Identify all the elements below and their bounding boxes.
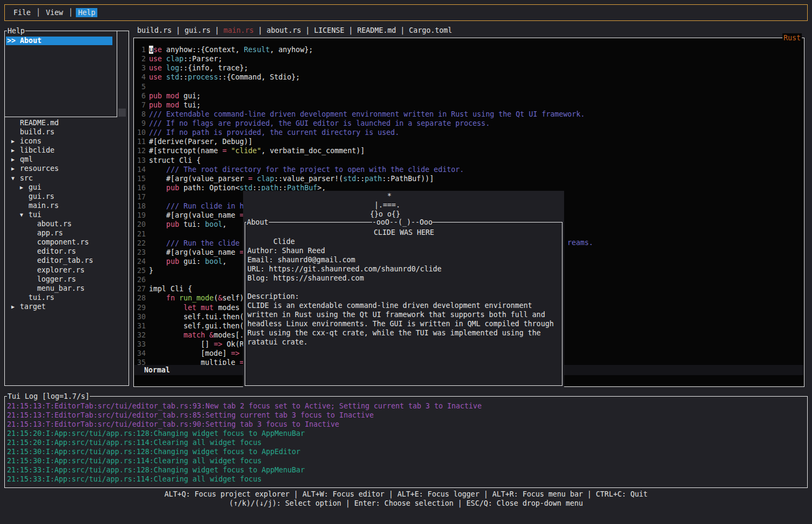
explorer-item-label: icons	[20, 137, 41, 146]
explorer-item-label: logger.rs	[37, 275, 76, 284]
explorer-item-label: editor_tab.rs	[37, 256, 93, 265]
explorer-item-explorer.rs[interactable]: explorer.rs	[5, 265, 129, 275]
editor-tab-README.md[interactable]: README.md	[357, 26, 396, 34]
explorer-item-app.rs[interactable]: app.rs	[5, 228, 129, 238]
explorer-item-about.rs[interactable]: about.rs	[5, 219, 129, 228]
line-number: 9	[135, 119, 146, 128]
explorer-item-label: resources	[20, 164, 59, 173]
editor-tab-main.rs[interactable]: main.rs	[224, 26, 254, 34]
about-app-name: Clide	[273, 238, 295, 246]
explorer-item-label: tui.rs	[29, 293, 54, 302]
line-number: 2	[135, 54, 146, 63]
chevron-right-icon[interactable]: ▶	[11, 155, 20, 164]
menu-item-help[interactable]: Help	[76, 8, 97, 17]
about-dialog-text: Author: Shaun Reed Email: shaunrd0@gmail…	[247, 246, 554, 347]
menu-separator: │	[36, 9, 40, 17]
explorer-item-label: tui	[29, 210, 41, 219]
tab-separator: |	[344, 26, 357, 34]
explorer-item-label: explorer.rs	[37, 265, 84, 275]
about-dialog: * |.===. {}o o{} About -ooO--(_)--Ooo Cl…	[243, 191, 564, 387]
tab-separator: |	[254, 26, 267, 34]
editor-tab-gui.rs[interactable]: gui.rs	[184, 26, 210, 34]
log-entry-trace: 21:15:13:T:EditorTab:src/tui/editor_tab.…	[7, 411, 805, 420]
keybind-help-line-2: (↑/k)/(↓/j): Select option | Enter: Choo…	[0, 499, 812, 508]
line-number: 29	[135, 303, 146, 312]
editor-tab-build.rs[interactable]: build.rs	[137, 26, 172, 34]
tab-separator: |	[210, 26, 223, 34]
explorer-item-menu_bar.rs[interactable]: menu_bar.rs	[5, 284, 129, 293]
code-line-12: 12#[structopt(name = "clide", verbatim_d…	[135, 146, 803, 155]
explorer-item-label: README.md	[20, 118, 59, 127]
code-line-2: 2use clap::Parser;	[135, 54, 803, 63]
code-line-13: 13struct Cli {	[135, 156, 803, 165]
line-number: 27	[135, 284, 146, 293]
editor-tab-bar: build.rs | gui.rs | main.rs | about.rs |…	[137, 26, 452, 35]
explorer-item-libclide[interactable]: ▶libclide	[5, 146, 129, 155]
line-number: 16	[135, 183, 146, 192]
explorer-item-gui.rs[interactable]: gui.rs	[5, 192, 129, 201]
chevron-down-icon[interactable]: ▼	[20, 210, 29, 219]
tab-separator: |	[172, 26, 184, 34]
line-number: 31	[135, 321, 146, 331]
code-line-5: 5	[135, 82, 803, 91]
editor-tab-Cargo.toml[interactable]: Cargo.toml	[409, 26, 452, 34]
line-number: 20	[135, 220, 146, 229]
code-line-4: 4use std::process::{Command, Stdio};	[135, 73, 803, 82]
explorer-item-component.rs[interactable]: component.rs	[5, 238, 129, 247]
explorer-item-editor.rs[interactable]: editor.rs	[5, 247, 129, 256]
chevron-right-icon[interactable]: ▶	[11, 164, 20, 173]
tui-log-panel[interactable]: Tui Log [log=1.7/s] 21:15:13:T:EditorTab…	[4, 396, 808, 488]
explorer-item-label: build.rs	[20, 127, 54, 137]
log-entry-trace: 21:15:13:T:EditorTab:src/tui/editor_tab.…	[7, 401, 805, 411]
line-number: 8	[135, 110, 146, 119]
explorer-item-gui[interactable]: ▶gui	[5, 183, 129, 192]
explorer-item-README.md[interactable]: README.md	[5, 118, 129, 127]
tree-indent-spacer	[29, 284, 37, 293]
tree-indent-spacer	[11, 118, 20, 127]
tree-indent-spacer	[20, 293, 29, 302]
menu-item-view[interactable]: View	[44, 8, 65, 17]
log-entry-info: 21:15:33:I:App:src/tui/app.rs:128:Changi…	[7, 465, 805, 475]
explorer-item-label: component.rs	[37, 238, 89, 247]
explorer-item-label: app.rs	[37, 228, 63, 238]
chevron-right-icon[interactable]: ▶	[20, 183, 29, 192]
code-line-9: 9/// If no flags are provided, the GUI e…	[135, 119, 803, 128]
explorer-item-src[interactable]: ▼src	[5, 174, 129, 183]
line-number: 34	[135, 349, 146, 358]
chevron-down-icon[interactable]: ▼	[11, 174, 20, 183]
editor-tab-about.rs[interactable]: about.rs	[267, 26, 301, 34]
explorer-item-target[interactable]: ▶target	[5, 302, 129, 311]
line-number: 21	[135, 229, 146, 239]
explorer-item-tui[interactable]: ▼tui	[5, 210, 129, 219]
line-number: 17	[135, 192, 146, 202]
explorer-item-main.rs[interactable]: main.rs	[5, 201, 129, 210]
line-number: 30	[135, 312, 146, 321]
explorer-item-label: libclide	[20, 146, 54, 155]
chevron-right-icon[interactable]: ▶	[11, 146, 20, 155]
line-number: 5	[135, 82, 146, 91]
explorer-scrollbar-thumb[interactable]	[118, 109, 126, 117]
log-entry-trace: 21:15:13:T:EditorTab:src/tui/editor_tab.…	[7, 420, 805, 429]
tree-indent-spacer	[11, 127, 20, 137]
file-tree: README.mdbuild.rs▶icons▶libclide▶qml▶res…	[5, 118, 129, 311]
text-cursor: u	[149, 46, 153, 54]
explorer-item-logger.rs[interactable]: logger.rs	[5, 275, 129, 284]
line-number: 14	[135, 165, 146, 174]
explorer-item-qml[interactable]: ▶qml	[5, 155, 129, 164]
menu-bar: File │ View │ Help	[4, 4, 808, 21]
tree-indent-spacer	[29, 275, 37, 284]
editor-tab-LICENSE[interactable]: LICENSE	[314, 26, 344, 34]
ascii-art-border: -ooO--(_)--Ooo	[372, 218, 432, 227]
explorer-item-icons[interactable]: ▶icons	[5, 137, 129, 146]
explorer-item-editor_tab.rs[interactable]: editor_tab.rs	[5, 256, 129, 265]
chevron-right-icon[interactable]: ▶	[11, 137, 20, 146]
tree-indent-spacer	[29, 238, 37, 247]
menu-item-file[interactable]: File	[11, 8, 33, 17]
dropdown-item-about[interactable]: >> About	[6, 37, 112, 45]
explorer-item-tui.rs[interactable]: tui.rs	[5, 293, 129, 302]
chevron-right-icon[interactable]: ▶	[11, 302, 20, 311]
explorer-item-resources[interactable]: ▶resources	[5, 164, 129, 173]
log-entries: 21:15:13:T:EditorTab:src/tui/editor_tab.…	[7, 401, 805, 484]
explorer-item-build.rs[interactable]: build.rs	[5, 127, 129, 137]
tree-indent-spacer	[29, 265, 37, 275]
